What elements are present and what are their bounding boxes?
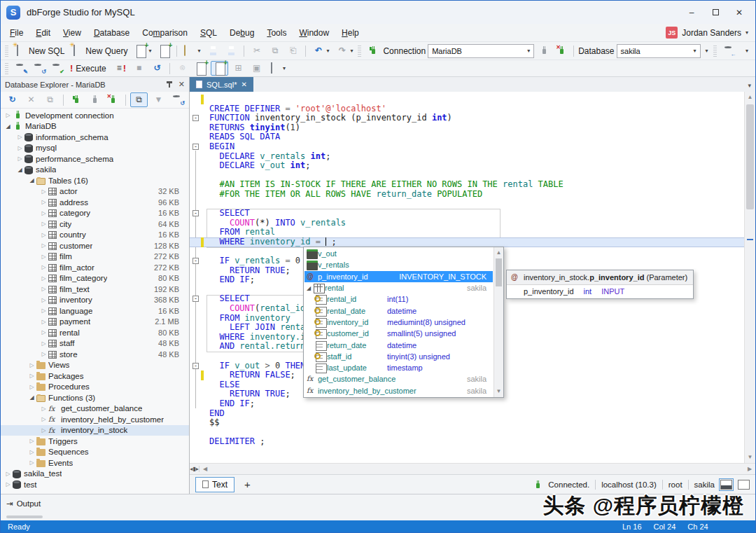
expander-icon[interactable]: ▷	[4, 481, 13, 487]
explorer-connect-button[interactable]	[87, 93, 102, 106]
new-connection-button[interactable]	[156, 44, 172, 57]
expander-icon[interactable]: ▷	[4, 112, 13, 118]
autocomplete-item-rental_id[interactable]: rental_idint(11)	[304, 293, 493, 305]
tree-item-mysql[interactable]: ▷mysql	[1, 143, 189, 154]
autocomplete-item-inventory_held_by_customer[interactable]: fxinventory_held_by_customersakila	[304, 385, 493, 396]
new-connection-plug-button[interactable]	[365, 44, 381, 57]
tree-item-development-connection[interactable]: ▷Development connection	[1, 110, 189, 121]
expander-icon[interactable]: ▷	[39, 297, 48, 303]
code-line[interactable]	[190, 428, 744, 438]
close-tab-icon[interactable]: ✕	[241, 81, 246, 88]
disconnect-button[interactable]: ✕	[554, 44, 569, 57]
code-line[interactable]: DECLARE v_out int;	[190, 161, 744, 171]
code-line[interactable]: WHERE inventory_id = ;	[190, 237, 744, 247]
expander-icon[interactable]: ▷	[39, 307, 48, 314]
tree-item-inventory-in-stock[interactable]: ▷fxinventory_in_stock	[1, 425, 189, 436]
expander-icon[interactable]: ◢	[4, 123, 13, 130]
menu-view[interactable]: View	[57, 26, 88, 40]
tree-item-film-category[interactable]: ▷film_category80 KB	[1, 273, 189, 284]
menu-edit[interactable]: Edit	[29, 26, 57, 40]
editor-vertical-scrollbar[interactable]: ▲ ▼	[744, 92, 755, 463]
menu-tools[interactable]: Tools	[260, 26, 293, 40]
fold-toggle-icon[interactable]: -	[192, 210, 199, 216]
scroll-right-icon[interactable]: ▶	[744, 466, 755, 472]
cut-button[interactable]: ✂	[248, 44, 265, 57]
user-menu-caret-icon[interactable]: ▾	[746, 29, 748, 36]
tree-item-payment[interactable]: ▷payment2.1 MB	[1, 317, 189, 328]
code-line[interactable]: READS SQL DATA	[190, 132, 744, 142]
show-system-objects-button[interactable]: ⧉	[130, 92, 148, 107]
expander-icon[interactable]: ▷	[39, 264, 48, 270]
save-button[interactable]	[205, 44, 221, 57]
expander-icon[interactable]: ▷	[15, 155, 24, 162]
autocomplete-item-v_out[interactable]: v_out	[304, 248, 493, 259]
tree-item-rental[interactable]: ▷rental80 KB	[1, 327, 189, 338]
expander-icon[interactable]: ◢	[27, 177, 36, 184]
edit-database-object-button[interactable]: ✎	[13, 62, 29, 75]
expander-icon[interactable]: ▷	[39, 242, 48, 249]
code-line[interactable]: FROM rental	[190, 228, 744, 237]
tree-item-film-actor[interactable]: ▷film_actor272 KB	[1, 262, 189, 273]
add-view-button[interactable]: +	[240, 478, 255, 490]
fold-toggle-icon[interactable]: -	[192, 296, 199, 302]
tree-item-city[interactable]: ▷city64 KB	[1, 219, 189, 230]
tree-item-actor[interactable]: ▷actor32 KB	[1, 186, 189, 198]
code-line[interactable]: $$	[190, 418, 744, 428]
tree-item-procedures[interactable]: ▷Procedures	[1, 382, 189, 393]
code-line[interactable]: DECLARE v_rentals int;	[190, 152, 744, 162]
refresh-object-button[interactable]: ↺	[31, 62, 47, 75]
code-line[interactable]: #AN ITEM IS IN-STOCK IF THERE ARE EITHER…	[190, 180, 744, 190]
export-button[interactable]: ▾	[267, 62, 288, 75]
refresh-database-button[interactable]: ←	[721, 44, 737, 57]
expander-icon[interactable]: ▷	[39, 188, 48, 195]
fold-toggle-icon[interactable]: -	[192, 115, 199, 121]
tree-item-packages[interactable]: ▷Packages	[1, 371, 189, 382]
database-select[interactable]: sakila▾	[617, 44, 701, 58]
autocomplete-item-rental_date[interactable]: rental_datedatetime	[304, 305, 493, 316]
tree-item-test[interactable]: ▷test	[1, 479, 189, 490]
tree-item-inventory[interactable]: ▷inventory368 KB	[1, 295, 189, 306]
paste-button[interactable]: ⎗	[285, 44, 301, 57]
explorer-new-connection-button[interactable]	[69, 93, 84, 106]
expander-icon[interactable]: ▷	[39, 221, 48, 227]
user-name[interactable]: Jordan Sanders	[682, 28, 741, 38]
save-all-button[interactable]	[223, 44, 239, 57]
menu-window[interactable]: Window	[293, 26, 335, 40]
maximize-button[interactable]	[705, 5, 726, 20]
toolbar-overflow-button[interactable]: ▾	[743, 46, 751, 55]
menu-database[interactable]: Database	[88, 26, 136, 40]
autocomplete-item-customer_id[interactable]: customer_idsmallint(5) unsigned	[304, 328, 493, 339]
stop-button[interactable]: ■	[131, 62, 147, 75]
tree-item-mariadb[interactable]: ◢MariaDB	[1, 121, 189, 132]
code-line[interactable]: -FUNCTION inventory_in_stock (p_inventor…	[190, 113, 744, 123]
scroll-down-icon[interactable]: ▼	[745, 452, 755, 463]
expander-icon[interactable]: ▷	[27, 384, 36, 390]
menu-sql[interactable]: SQL	[194, 26, 223, 40]
fold-toggle-icon[interactable]: -	[192, 144, 199, 150]
refresh-explorer-button[interactable]: ↻	[4, 93, 20, 106]
tree-item-functions-3-[interactable]: ◢Functions (3)	[1, 392, 189, 403]
expander-icon[interactable]: ▷	[27, 373, 36, 379]
current-database[interactable]: sakila	[694, 480, 715, 489]
output-tab[interactable]: ⇥ Output	[6, 499, 41, 508]
code-line[interactable]: END IF;	[190, 399, 744, 409]
layout-button[interactable]: ⊞	[230, 62, 246, 75]
connection-select[interactable]: MariaDB▾	[428, 44, 534, 58]
redo-button[interactable]: ↷▾	[334, 44, 356, 57]
data-viewer-button[interactable]: ▣	[248, 62, 265, 75]
code-line[interactable]: - SELECT	[190, 209, 744, 219]
expander-icon[interactable]: ▷	[39, 210, 48, 216]
expander-icon[interactable]: ▷	[27, 438, 36, 444]
code-line[interactable]: END	[190, 409, 744, 419]
tree-item-performance-schema[interactable]: ▷performance_schema	[1, 153, 189, 165]
tree-item-customer[interactable]: ▷customer128 KB	[1, 240, 189, 251]
expander-icon[interactable]: ▷	[15, 134, 24, 140]
tree-item-sequences[interactable]: ▷Sequences	[1, 447, 189, 458]
expander-icon[interactable]: ▷	[39, 329, 48, 335]
tree-item-events[interactable]: ▷Events	[1, 457, 189, 469]
expander-icon[interactable]: ◢	[15, 167, 24, 173]
copy-button[interactable]: ⧉	[267, 44, 283, 57]
tree-item-information-schema[interactable]: ▷information_schema	[1, 132, 189, 143]
duplicate-object-button[interactable]: ⧉	[42, 93, 58, 106]
expander-icon[interactable]: ▷	[39, 340, 48, 347]
